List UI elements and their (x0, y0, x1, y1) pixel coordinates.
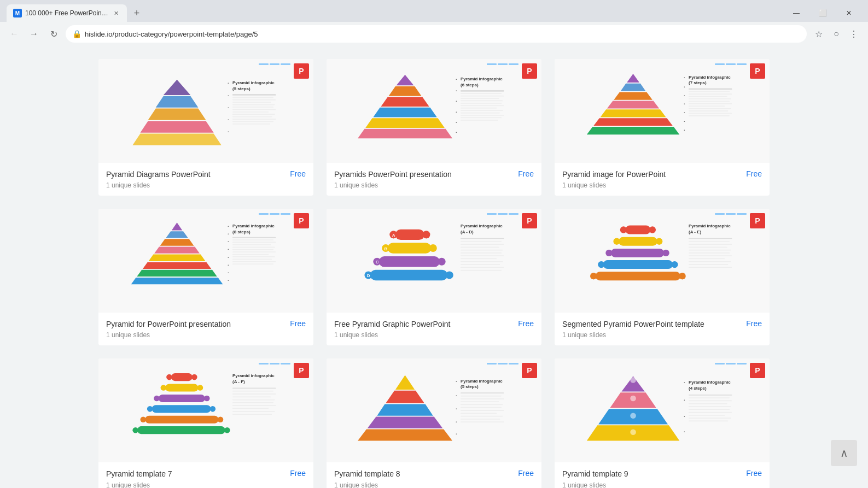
svg-rect-189 (232, 391, 273, 392)
window-controls: — ⬜ ✕ (784, 4, 861, 22)
card-info: Pyramid for PowerPoint presentation Free… (98, 313, 313, 345)
svg-rect-46 (461, 108, 497, 109)
product-card-4[interactable]: P • • • • • • • • Pyramid infogra (98, 209, 313, 345)
svg-marker-56 (601, 109, 666, 117)
card-slides: 1 unique slides (106, 181, 306, 189)
svg-rect-70 (689, 93, 732, 95)
svg-point-142 (649, 227, 656, 233)
product-card-2[interactable]: P • • • • • • Pyramid infographic (6 ste… (327, 59, 541, 196)
svg-rect-48 (461, 113, 500, 114)
svg-text:•: • (228, 117, 229, 121)
browser-tab[interactable]: M 100 000+ Free PowerPoint Temp... ✕ (7, 4, 127, 22)
svg-rect-118 (379, 256, 440, 267)
card-thumbnail: P (555, 209, 770, 313)
svg-marker-199 (386, 391, 424, 403)
svg-text:C: C (376, 260, 379, 264)
svg-point-169 (166, 374, 172, 380)
maximize-button[interactable]: ⬜ (810, 4, 835, 22)
svg-point-173 (197, 385, 203, 391)
back-button[interactable]: ← (7, 26, 22, 42)
svg-rect-162 (689, 252, 730, 254)
address-bar[interactable]: 🔒 hislide.io/product-category/powerpoint… (66, 25, 807, 43)
svg-rect-101 (232, 244, 271, 245)
svg-point-141 (620, 227, 627, 233)
url-text: hislide.io/product-category/powerpoint-t… (85, 30, 258, 38)
product-card-6[interactable]: P (555, 209, 770, 345)
svg-rect-19 (232, 111, 269, 113)
svg-point-185 (224, 427, 230, 433)
ppt-badge: P (294, 63, 309, 79)
scroll-to-top-button[interactable]: ∧ (831, 440, 857, 466)
svg-rect-243 (689, 418, 731, 419)
card-free-label: Free (746, 169, 762, 178)
svg-point-184 (132, 427, 138, 433)
svg-rect-44 (461, 103, 502, 104)
slide-indicator (715, 63, 747, 65)
product-card-3[interactable]: P • • • • • • • Pyramid infographic (7 s… (555, 59, 770, 196)
svg-marker-3 (141, 121, 214, 133)
svg-rect-68 (689, 89, 732, 90)
svg-rect-180 (145, 416, 218, 424)
svg-text:•: • (684, 381, 685, 385)
card-free-label: Free (290, 469, 306, 478)
card-info: Free Pyramid Graphic PowerPoint Free 1 u… (327, 313, 541, 345)
tab-favicon: M (13, 9, 22, 17)
svg-rect-49 (461, 115, 504, 116)
svg-text:Pyramid infographic: Pyramid infographic (232, 80, 275, 85)
svg-rect-104 (232, 251, 276, 252)
svg-text:•: • (456, 432, 457, 436)
browser-chrome: M 100 000+ Free PowerPoint Temp... ✕ + —… (0, 0, 868, 46)
svg-point-147 (605, 250, 612, 256)
slide-preview: • • • • • • • Pyramid infographic (7 ste… (555, 59, 770, 163)
svg-marker-198 (395, 375, 415, 390)
svg-marker-52 (627, 74, 639, 83)
card-thumbnail: P • • • • Pyramid infographic (4 steps) (555, 358, 770, 462)
page-content: P • • • • • (0, 46, 868, 488)
product-card-5[interactable]: P A B C D (327, 209, 541, 345)
svg-point-170 (191, 374, 197, 380)
svg-rect-102 (232, 247, 275, 248)
svg-rect-15 (232, 102, 271, 103)
forward-button[interactable]: → (26, 26, 42, 42)
close-button[interactable]: ✕ (836, 4, 861, 22)
product-card-7[interactable]: P Pyram (98, 358, 313, 488)
reload-button[interactable]: ↻ (46, 26, 61, 42)
svg-marker-81 (166, 231, 188, 238)
svg-rect-168 (171, 373, 193, 381)
card-title: Pyramid image for PowerPoint (562, 169, 666, 179)
svg-marker-87 (131, 278, 223, 284)
card-slides: 1 unique slides (562, 481, 762, 488)
svg-point-179 (210, 406, 216, 412)
product-card-8[interactable]: P • • • • • Pyramid infographic (5 steps… (327, 358, 541, 488)
product-card-9[interactable]: P • • • • Pyramid infographic (4 steps) (555, 358, 770, 488)
svg-marker-202 (358, 430, 452, 441)
card-free-label: Free (290, 319, 306, 328)
svg-text:(6 steps): (6 steps) (461, 83, 479, 87)
svg-text:A: A (392, 233, 395, 238)
bookmark-button[interactable]: ☆ (811, 26, 826, 42)
minimize-button[interactable]: — (784, 4, 809, 22)
svg-rect-20 (232, 114, 275, 115)
product-card-1[interactable]: P • • • • • (98, 59, 313, 196)
svg-rect-71 (689, 96, 727, 97)
svg-marker-83 (154, 247, 200, 254)
card-title: Pyramid for PowerPoint presentation (106, 319, 231, 329)
svg-rect-238 (689, 403, 727, 404)
svg-text:•: • (228, 130, 229, 133)
profile-button[interactable]: ○ (829, 26, 844, 42)
card-title-row: Pyramid for PowerPoint presentation Free (106, 319, 306, 329)
card-thumbnail: P A B C D (327, 209, 541, 313)
new-tab-button[interactable]: + (129, 5, 144, 21)
card-title-row: Segmented Pyramid PowerPoint template Fr… (562, 319, 762, 329)
card-title: Pyramid template 8 (334, 469, 400, 479)
svg-rect-159 (689, 244, 732, 245)
slide-indicator (259, 63, 290, 65)
menu-button[interactable]: ⋮ (846, 26, 861, 42)
slide-indicator (259, 213, 290, 215)
svg-marker-27 (381, 97, 429, 107)
tab-close-button[interactable]: ✕ (112, 9, 120, 17)
svg-rect-110 (395, 230, 424, 240)
svg-text:•: • (684, 110, 685, 114)
svg-rect-218 (461, 416, 503, 417)
svg-rect-69 (689, 91, 730, 92)
